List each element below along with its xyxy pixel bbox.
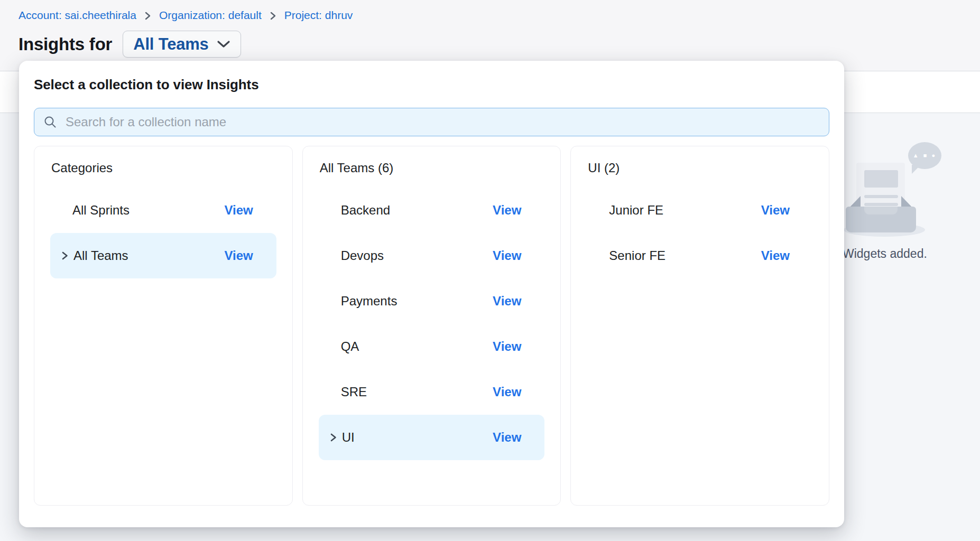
view-link[interactable]: View (761, 248, 790, 263)
chevron-right-icon (270, 11, 276, 21)
collection-name: Devops (341, 248, 384, 263)
collection-row-all-sprints[interactable]: All Sprints View (50, 188, 276, 233)
chevron-right-icon (144, 11, 151, 21)
column-header: UI (2) (588, 160, 813, 176)
collection-picker-popover: Select a collection to view Insights Cat… (19, 61, 844, 527)
collection-row-all-teams[interactable]: All Teams View (50, 233, 276, 278)
search-box (34, 108, 829, 136)
collection-dropdown-label: All Teams (133, 35, 208, 54)
document-text-line (864, 203, 898, 206)
collection-columns: Categories All Sprints View All Teams Vi… (34, 146, 829, 506)
search-input[interactable] (64, 114, 820, 130)
collection-rows: Backend View Devops View Payments View Q… (319, 188, 545, 460)
view-link[interactable]: View (761, 203, 790, 218)
collection-row-sre[interactable]: SRE View (319, 369, 545, 415)
collection-row-ui[interactable]: UI View (319, 415, 545, 460)
collection-row-junior-fe[interactable]: Junior FE View (587, 188, 813, 233)
chevron-right-icon (61, 250, 69, 261)
page-title-row: Insights for All Teams (19, 31, 241, 58)
popover-title: Select a collection to view Insights (34, 77, 829, 93)
view-link[interactable]: View (493, 294, 521, 309)
collection-name: QA (341, 339, 359, 354)
collection-name: Payments (341, 294, 397, 309)
breadcrumb: Account: sai.cheethirala Organization: d… (19, 9, 353, 22)
view-link[interactable]: View (493, 385, 521, 399)
search-icon (43, 115, 57, 129)
breadcrumb-organization-link[interactable]: Organization: default (159, 9, 262, 22)
chevron-down-icon (217, 40, 230, 49)
collection-row-devops[interactable]: Devops View (319, 233, 545, 278)
collection-name: SRE (341, 385, 367, 399)
view-link[interactable]: View (493, 339, 521, 354)
column-header: All Teams (6) (320, 160, 545, 176)
collection-name: Backend (341, 203, 390, 218)
page-title: Insights for (19, 34, 112, 54)
speech-bubble-icon: ▲ ■ ● (908, 142, 941, 169)
column-header: Categories (51, 160, 276, 176)
collection-name: Senior FE (609, 248, 665, 263)
column-categories: Categories All Sprints View All Teams Vi… (34, 146, 293, 506)
view-link[interactable]: View (224, 203, 253, 218)
column-ui: UI (2) Junior FE View Senior FE View (570, 146, 829, 506)
collection-row-payments[interactable]: Payments View (319, 278, 545, 324)
view-link[interactable]: View (493, 430, 521, 445)
breadcrumb-project-link[interactable]: Project: dhruv (284, 9, 353, 22)
breadcrumb-account-link[interactable]: Account: sai.cheethirala (19, 9, 136, 22)
collection-row-qa[interactable]: QA View (319, 324, 545, 369)
collection-rows: Junior FE View Senior FE View (587, 188, 813, 278)
collection-name: UI (342, 430, 355, 445)
bubble-shapes: ▲ ■ ● (913, 153, 937, 158)
document-text-line (864, 195, 898, 198)
inbox-tray-icon (846, 207, 916, 232)
chevron-right-icon (329, 432, 337, 443)
view-link[interactable]: View (224, 248, 253, 263)
collection-name: Junior FE (609, 203, 663, 218)
collection-name: All Sprints (72, 203, 130, 218)
document-image-placeholder (864, 170, 898, 188)
empty-state-text: Widgets added. (843, 247, 927, 261)
app-root: Account: sai.cheethirala Organization: d… (0, 0, 980, 541)
collection-row-senior-fe[interactable]: Senior FE View (587, 233, 813, 278)
collection-rows: All Sprints View All Teams View (50, 188, 276, 278)
view-link[interactable]: View (493, 248, 521, 263)
inbox-tray-notch (864, 207, 898, 214)
collection-dropdown-button[interactable]: All Teams (123, 31, 241, 58)
collection-row-backend[interactable]: Backend View (319, 188, 545, 233)
collection-name: All Teams (73, 248, 128, 263)
column-all-teams: All Teams (6) Backend View Devops View P… (302, 146, 561, 506)
view-link[interactable]: View (493, 203, 521, 218)
